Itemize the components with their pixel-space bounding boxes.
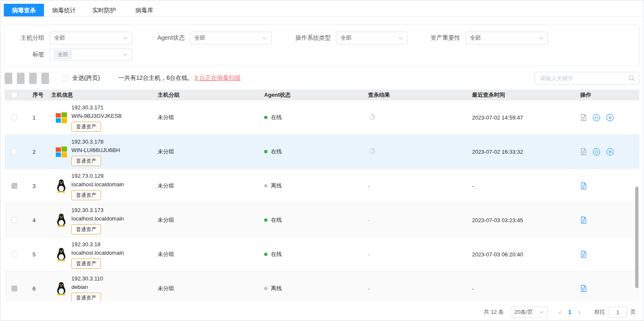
filter-select[interactable]: 全部 [336,32,408,44]
filter-row-1: 主机分组 全部 Agent状态 全部 操作系统类型 全部 [5,32,639,44]
tab[interactable]: 病毒库 [124,4,164,16]
stop-scan-icon[interactable] [606,114,614,122]
page-unit-label: 页 [630,308,636,316]
header-checkbox-cell [5,92,24,98]
host-table: 序号 主机信息 主机分组 Agent状态 查杀结果 最近查杀时间 操作 1 [5,90,639,301]
row-checkbox[interactable] [11,183,17,189]
row-checkbox[interactable] [11,251,17,257]
table-row[interactable]: 5 192.30.3.18 localhost.localdomain 普通资产… [5,237,639,272]
prev-page-icon[interactable]: ‹ [554,308,565,316]
scan-result-cell: - [365,217,469,223]
agent-status-cell: 离线 [261,285,365,292]
row-checkbox[interactable] [11,114,17,120]
row-checkbox[interactable] [11,149,17,155]
host-group: 未分组 [154,285,261,292]
row-index: 1 [24,114,48,121]
search-icon[interactable] [628,75,635,82]
filter-label: Agent状态 [153,34,185,42]
row-actions [575,148,636,156]
header-action: 操作 [575,91,636,99]
scan-report-icon[interactable] [580,114,587,121]
total-count: 共 12 条 [484,308,504,316]
table-row[interactable]: 4 192.30.3.173 localhost.localdomain 普通资… [5,203,639,237]
scan-report-icon[interactable] [580,148,587,155]
row-checkbox[interactable] [11,286,17,291]
pause-scan-icon[interactable] [592,114,600,122]
tab-bar: 病毒查杀 病毒统计 实时防护 病毒库 [0,0,644,16]
host-ip: 192.30.3.178 [71,138,120,146]
header-result: 查杀结果 [365,91,469,99]
filter-select[interactable]: 全部 [465,32,548,44]
pause-scan-icon[interactable] [592,148,600,156]
bulk-action-button[interactable] [41,73,49,84]
bulk-action-button[interactable] [5,73,12,84]
tab[interactable]: 实时防护 [84,4,124,16]
select-value: 全部 [470,34,481,42]
status-dot [264,184,267,188]
status-dot [264,253,267,256]
asset-tag: 普通资产 [71,122,101,132]
goto-page-input[interactable] [609,307,627,318]
host-ip: 192.30.3.18 [71,240,124,249]
filter-row-2: 标签 全部 [5,49,639,60]
current-page[interactable]: 1 [565,309,574,316]
row-checkbox-cell [5,286,24,291]
status-text: 在线 [271,148,282,155]
table-scrollbar-thumb[interactable] [635,187,639,288]
tab[interactable]: 病毒统计 [44,4,84,16]
chevron-down-icon [398,37,403,40]
tab[interactable]: 病毒查杀 [4,4,44,16]
search-input[interactable] [535,72,639,84]
host-group: 未分组 [154,250,261,258]
toolbar: 全选(跨页) 一共有12台主机，6台在线。 3 台正在病毒扫描 [5,72,639,84]
table-row[interactable]: 1 192.30.3.171 WIN-9BJ3GVJKESB 普通资产 未分组 [5,101,639,135]
agent-status-cell: 在线 [261,216,365,224]
row-index: 4 [24,217,48,223]
status-dot [264,150,267,153]
page-size-select[interactable]: 20条/页 [510,307,548,318]
host-name: localhost.localdomain [71,180,124,189]
scan-report-icon[interactable] [580,216,587,224]
row-actions [575,250,636,258]
scan-report-icon[interactable] [580,285,587,292]
next-page-icon[interactable]: › [574,308,585,316]
linux-tux-icon [55,179,68,193]
filter-select[interactable]: 全部 [190,32,272,44]
filter-panel: 主机分组 全部 Agent状态 全部 操作系统类型 全部 [5,24,639,66]
row-checkbox-cell [5,217,24,223]
table-row[interactable]: 2 192.30.3.178 WIN-LUI66UJU6BH 普通资产 未分组 [5,135,639,169]
table-row[interactable]: 6 192.30.3.110 debian 普通资产 未分组 [5,272,639,301]
scanning-hosts-link[interactable]: 3 台正在病毒扫描 [194,74,241,82]
select-all-control[interactable]: 全选(跨页) [63,74,100,82]
header-checkbox[interactable] [11,92,17,98]
linux-tux-icon [55,247,68,261]
table-row[interactable]: 3 192.73.0.129 localhost.localdomain 普通资… [5,169,639,203]
tag-chip: 全部 [54,50,72,59]
bulk-action-button[interactable] [29,73,37,84]
bulk-action-button[interactable] [17,73,25,84]
scan-report-icon[interactable] [580,182,587,190]
stop-scan-icon[interactable] [606,148,614,156]
row-index: 3 [24,183,48,189]
scan-report-icon[interactable] [580,250,587,258]
pagination-bar: 共 12 条 20条/页 ‹ 1 › 前往 页 [5,307,636,318]
host-ip: 192.30.3.171 [71,103,122,112]
select-value: 全部 [194,34,205,42]
filter-label: 操作系统类型 [289,34,331,42]
asset-tag: 普通资产 [71,190,101,200]
host-name: localhost.localdomain [71,249,124,257]
scanning-spinner-icon [368,113,376,121]
filter-item: 操作系统类型 全部 [289,32,426,44]
filter-select[interactable]: 全部 [49,32,132,44]
last-scan-time: 2023-07-02 16:33:32 [469,149,575,155]
status-text: 在线 [271,114,282,121]
select-all-checkbox[interactable] [63,75,68,81]
host-info-cell: 192.30.3.171 WIN-9BJ3GVJKESB 普通资产 [48,103,154,132]
tag-filter-select[interactable]: 全部 [49,49,132,60]
linux-tux-icon [55,281,68,296]
status-text: 离线 [271,285,282,292]
row-checkbox[interactable] [11,217,17,223]
status-dot [264,218,267,222]
last-scan-time: 2023-07-02 14:59:47 [469,114,575,121]
filter-item: Agent状态 全部 [153,32,289,44]
